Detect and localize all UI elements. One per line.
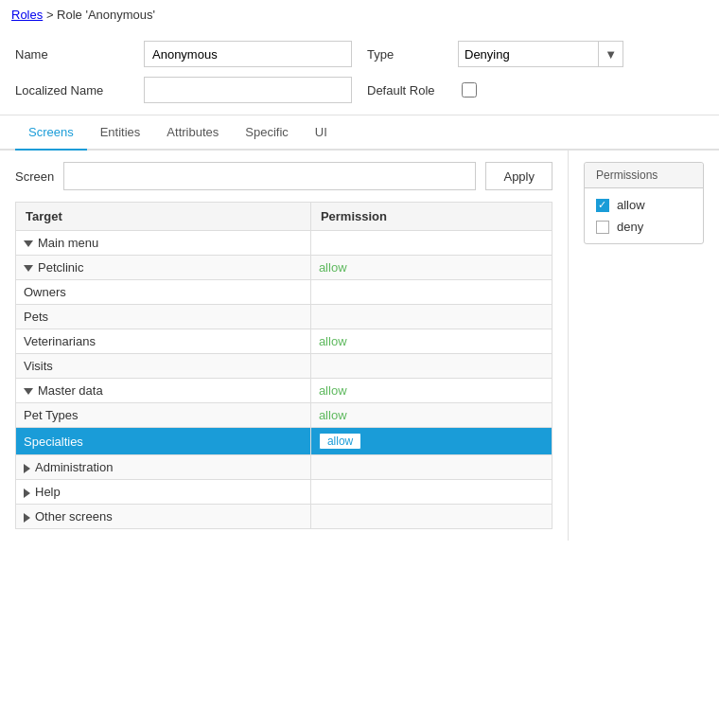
allow-checkbox[interactable] <box>596 199 609 212</box>
table-row[interactable]: Owners <box>16 280 552 305</box>
row-label: Owners <box>16 280 311 305</box>
screen-filter-bar: Screen Apply <box>15 162 552 190</box>
row-label: Petclinic <box>16 256 311 280</box>
apply-button[interactable]: Apply <box>485 162 552 190</box>
table-row[interactable]: Help <box>16 480 552 505</box>
tabs-bar: Screens Entities Attributes Specific UI <box>0 115 719 151</box>
row-permission <box>310 231 552 256</box>
row-label: Main menu <box>16 231 311 256</box>
row-label: Help <box>16 480 311 505</box>
row-label: Administration <box>16 455 311 480</box>
row-permission <box>310 305 552 329</box>
row-label: Specialties <box>16 428 311 455</box>
tab-screens[interactable]: Screens <box>15 115 87 151</box>
row-permission: allow <box>310 403 552 428</box>
triangle-right-icon <box>24 513 30 523</box>
triangle-down-icon <box>24 265 33 272</box>
deny-option[interactable]: deny <box>596 220 692 234</box>
table-row-selected[interactable]: Specialties allow <box>16 428 552 455</box>
permissions-title: Permissions <box>585 163 703 188</box>
screen-filter-input[interactable] <box>63 162 476 190</box>
row-label: Pets <box>16 305 311 329</box>
left-panel: Screen Apply Target Permission Main menu <box>0 151 568 541</box>
triangle-down-icon <box>24 240 33 247</box>
triangle-right-icon <box>24 464 30 473</box>
triangle-down-icon <box>24 388 33 395</box>
allow-label: allow <box>617 198 645 212</box>
deny-label: deny <box>617 220 643 234</box>
screen-filter-label: Screen <box>15 169 54 184</box>
table-row[interactable]: Petclinic allow <box>16 256 552 280</box>
row-label: Master data <box>16 379 311 403</box>
tab-attributes[interactable]: Attributes <box>153 115 232 151</box>
row-permission: allow <box>310 428 552 455</box>
row-label: Pet Types <box>16 403 311 428</box>
row-permission: allow <box>310 379 552 403</box>
table-row[interactable]: Master data allow <box>16 379 552 403</box>
default-role-checkbox[interactable] <box>462 82 477 98</box>
table-row[interactable]: Pet Types allow <box>16 403 552 428</box>
deny-checkbox[interactable] <box>596 221 609 234</box>
permissions-table: Target Permission Main menu Petclinic <box>15 202 552 529</box>
col-target: Target <box>16 203 311 231</box>
row-label: Other screens <box>16 505 311 529</box>
row-label: Visits <box>16 354 311 379</box>
allow-option[interactable]: allow <box>596 198 692 212</box>
triangle-right-icon <box>24 488 30 498</box>
type-select[interactable]: DenyingAllowing <box>459 44 598 65</box>
row-permission: allow <box>310 256 552 280</box>
breadcrumb: Roles > Role 'Anonymous' <box>0 0 719 29</box>
row-permission <box>310 505 552 529</box>
table-row[interactable]: Main menu <box>16 231 552 256</box>
col-permission: Permission <box>310 203 552 231</box>
localized-name-input[interactable] <box>144 77 352 103</box>
table-row[interactable]: Veterinarians allow <box>16 329 552 354</box>
content-area: Screen Apply Target Permission Main menu <box>0 151 719 541</box>
name-input[interactable] <box>144 41 352 67</box>
form-section: Name Type DenyingAllowing ▼ Localized Na… <box>0 29 719 115</box>
row-permission <box>310 280 552 305</box>
breadcrumb-current: Role 'Anonymous' <box>57 8 155 22</box>
select-arrow-icon: ▼ <box>598 42 623 66</box>
row-permission <box>310 354 552 379</box>
tab-ui[interactable]: UI <box>302 115 341 151</box>
tab-entities[interactable]: Entities <box>87 115 154 151</box>
permissions-box: Permissions allow deny <box>584 162 704 244</box>
breadcrumb-separator: > <box>46 8 57 22</box>
localized-name-label: Localized Name <box>15 83 129 98</box>
name-label: Name <box>15 47 129 62</box>
table-row[interactable]: Administration <box>16 455 552 480</box>
table-row[interactable]: Visits <box>16 354 552 379</box>
type-label: Type <box>367 47 443 62</box>
roles-link[interactable]: Roles <box>11 8 43 22</box>
row-permission: allow <box>310 329 552 354</box>
tab-specific[interactable]: Specific <box>232 115 302 151</box>
row-permission <box>310 455 552 480</box>
table-row[interactable]: Other screens <box>16 505 552 529</box>
right-panel: Permissions allow deny <box>568 151 719 541</box>
default-role-label: Default Role <box>367 83 443 98</box>
row-permission <box>310 480 552 505</box>
type-select-wrap[interactable]: DenyingAllowing ▼ <box>458 41 623 67</box>
row-label: Veterinarians <box>16 329 311 354</box>
table-row[interactable]: Pets <box>16 305 552 329</box>
